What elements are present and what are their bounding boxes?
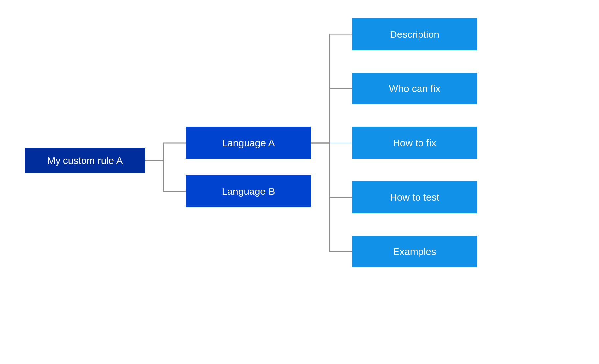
node-leaf-label: Examples: [393, 246, 436, 257]
node-leaf-how-to-test: How to test: [352, 181, 477, 213]
node-leaf-examples: Examples: [352, 236, 477, 267]
node-leaf-label: How to fix: [393, 137, 436, 148]
node-root: My custom rule A: [25, 148, 145, 173]
node-branch-label: Language A: [222, 137, 275, 148]
node-branch-language-b: Language B: [186, 175, 311, 207]
diagram-canvas: My custom rule A Language A Language B D…: [0, 0, 599, 364]
node-leaf-label: Who can fix: [389, 83, 441, 94]
node-leaf-how-to-fix: How to fix: [352, 127, 477, 159]
node-branch-label: Language B: [222, 186, 275, 197]
node-leaf-description: Description: [352, 18, 477, 50]
node-branch-language-a: Language A: [186, 127, 311, 159]
node-leaf-label: Description: [390, 29, 439, 40]
node-leaf-who-can-fix: Who can fix: [352, 73, 477, 104]
node-leaf-label: How to test: [390, 192, 439, 203]
node-root-label: My custom rule A: [47, 155, 123, 166]
